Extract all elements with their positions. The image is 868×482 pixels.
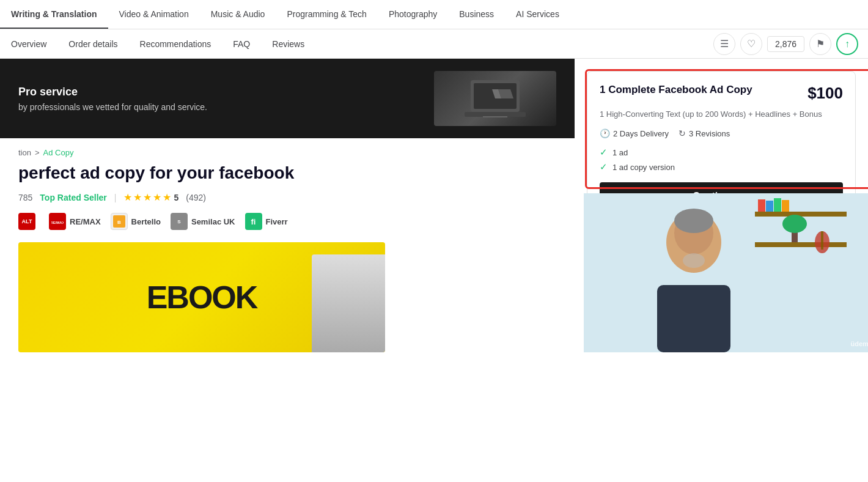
svg-rect-24 [657,285,730,352]
subnav-faq[interactable]: FAQ [222,29,261,58]
logo-remax: RE/MAX RE/MAX [49,213,101,230]
service-image-text: EBOOK [147,279,257,316]
logo-alt: ALT [18,213,39,230]
fiverr-logo-label: Fiverr [266,217,288,226]
pro-banner-description: by professionals we vetted for quality a… [18,102,207,112]
service-image: EBOOK [18,242,385,352]
video-overlay: üdemy [584,193,868,352]
seller-id: 785 [18,193,32,202]
revisions-label: 3 Revisions [689,129,730,138]
package-features: ✓ 1 ad ✓ 1 ad copy version [600,147,843,172]
subnav-right: ☰ ♡ 2,876 ⚑ ↑ [713,33,868,55]
bertello-logo-icon: B [111,213,128,230]
star-2: ★ [133,191,142,203]
svg-point-23 [674,209,713,233]
feature-2-label: 1 ad copy version [612,163,675,172]
menu-icon-button[interactable]: ☰ [713,33,735,55]
review-count-number: 2,876 [775,39,796,49]
package-price: $100 [807,84,843,103]
share-icon-button[interactable]: ↑ [836,33,858,55]
nav-item-video[interactable]: Video & Animation [108,0,200,29]
review-number: (492) [186,193,206,202]
semilac-logo-label: Semilac UK [191,217,235,226]
service-image-person [312,254,385,352]
logo-fiverr: fi Fiverr [245,213,288,230]
pro-badge-title: Pro service [18,86,207,98]
clock-icon: 🕐 [600,128,610,138]
svg-rect-13 [758,199,765,212]
remax-logo-icon: RE/MAX [49,213,66,230]
logo-bertello: B Bertello [111,213,161,230]
feature-2: ✓ 1 ad copy version [600,161,843,172]
fiverr-logo-icon: fi [245,213,262,230]
svg-rect-2 [465,112,526,117]
svg-rect-11 [755,212,847,217]
semilac-logo-icon: S [171,213,188,230]
package-meta: 🕐 2 Days Delivery ↻ 3 Revisions [600,128,843,138]
star-rating: ★ ★ ★ ★ ★ 5 [123,191,178,203]
feature-1-label: 1 ad [612,148,628,157]
breadcrumb-current[interactable]: Ad Copy [43,148,74,157]
svg-point-18 [782,215,807,233]
pro-banner-text: Pro service by professionals we vetted f… [18,86,207,112]
pro-banner: Pro service by professionals we vetted f… [0,59,575,138]
video-watermark: üdemy [851,340,868,347]
laptop-svg-icon [465,77,526,120]
nav-item-photography[interactable]: Photography [378,0,448,29]
delivery-label: 2 Days Delivery [613,129,669,138]
divider: | [114,193,117,202]
client-logos-row: ALT RE/MAX RE/MAX B Bertello S Semilac U… [0,213,575,242]
nav-item-ai[interactable]: AI Services [505,0,570,29]
star-5: ★ [163,191,171,203]
logo-semilac: S Semilac UK [171,213,235,230]
star-4: ★ [153,191,161,203]
refresh-icon: ↻ [679,128,686,138]
top-rated-badge[interactable]: Top Rated Seller [40,193,106,202]
package-description: 1 High-Converting Text (up to 200 Words)… [600,109,843,120]
svg-rect-12 [755,242,847,247]
subnav-order-details[interactable]: Order details [57,29,128,58]
feature-1: ✓ 1 ad [600,147,843,158]
flag-icon-button[interactable]: ⚑ [809,33,831,55]
remax-logo-label: RE/MAX [70,217,101,226]
svg-text:RE/MAX: RE/MAX [51,221,64,224]
svg-text:B: B [117,220,121,225]
svg-rect-15 [774,198,781,212]
bertello-logo-label: Bertello [131,217,161,226]
page-title: perfect ad copy for your facebook [0,162,575,191]
pricing-header: 1 Complete Facebook Ad Copy $100 [600,84,843,103]
star-3: ★ [143,191,152,203]
svg-point-25 [683,253,705,268]
delivery-meta: 🕐 2 Days Delivery [600,128,669,138]
pro-banner-image [434,71,556,126]
sub-navigation: Overview Order details Recommendations F… [0,29,868,59]
subnav-reviews[interactable]: Reviews [261,29,315,58]
breadcrumb: tion > Ad Copy [0,138,575,162]
subnav-recommendations[interactable]: Recommendations [129,29,223,58]
breadcrumb-parent: tion [18,148,31,157]
left-column: Pro service by professionals we vetted f… [0,59,575,352]
checkmark-icon-2: ✓ [600,161,608,172]
seller-info: 785 Top Rated Seller | ★ ★ ★ ★ ★ 5 (492) [0,191,575,213]
nav-item-programming[interactable]: Programming & Tech [276,0,377,29]
svg-rect-16 [782,200,789,212]
star-1: ★ [123,191,132,203]
svg-rect-14 [766,201,773,212]
review-count-badge[interactable]: 2,876 [767,36,804,52]
subnav-overview[interactable]: Overview [0,29,57,58]
package-name: 1 Complete Facebook Ad Copy [600,84,807,96]
nav-item-business[interactable]: Business [448,0,505,29]
nav-item-music[interactable]: Music & Audio [200,0,276,29]
rating-score: 5 [174,193,178,202]
top-navigation: Writing & Translation Video & Animation … [0,0,868,29]
main-content: Pro service by professionals we vetted f… [0,59,868,352]
room-background-svg [584,193,868,352]
svg-rect-20 [821,231,823,250]
alt-logo-icon: ALT [18,213,35,230]
breadcrumb-separator: > [35,148,40,157]
checkmark-icon-1: ✓ [600,147,608,158]
heart-icon-button[interactable]: ♡ [740,33,762,55]
video-background [584,193,868,352]
nav-item-writing[interactable]: Writing & Translation [0,0,108,29]
revisions-meta: ↻ 3 Revisions [679,128,730,138]
